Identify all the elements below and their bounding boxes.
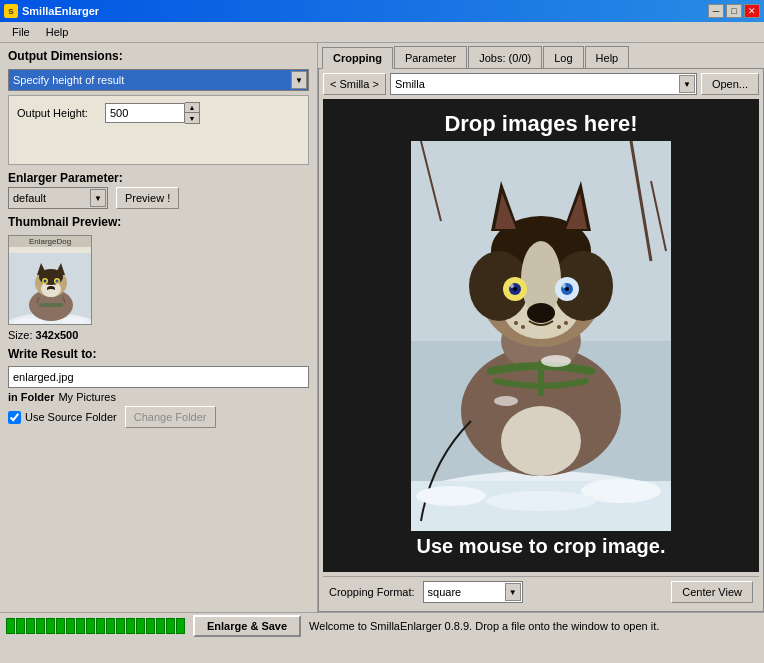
progress-bar [6,618,185,634]
progress-seg-10 [96,618,105,634]
progress-seg-14 [136,618,145,634]
title-bar: S SmillaEnlarger ─ □ ✕ [0,0,764,22]
output-height-row: Output Height: ▲ ▼ [17,102,300,124]
progress-seg-6 [56,618,65,634]
progress-seg-16 [156,618,165,634]
progress-seg-9 [86,618,95,634]
minimize-button[interactable]: ─ [708,4,724,18]
progress-seg-3 [26,618,35,634]
progress-seg-17 [166,618,175,634]
svg-point-18 [62,317,86,325]
close-button[interactable]: ✕ [744,4,760,18]
progress-seg-12 [116,618,125,634]
enlarger-parameter-section: Enlarger Parameter: default ▼ Preview ! [8,171,309,209]
svg-point-57 [486,491,596,511]
folder-path: My Pictures [58,391,115,403]
output-height-input[interactable] [105,103,185,123]
write-result-title: Write Result to: [8,347,309,361]
title-bar-left: S SmillaEnlarger [4,4,99,18]
path-dropdown-wrapper: Smilla ▼ [390,73,697,95]
svg-point-51 [557,325,561,329]
progress-seg-7 [66,618,75,634]
maximize-button[interactable]: □ [726,4,742,18]
image-area[interactable]: Drop images here! [323,99,759,572]
filename-input[interactable] [8,366,309,388]
progress-seg-15 [146,618,155,634]
svg-point-50 [564,321,568,325]
thumbnail-box: EnlargeDog [8,235,92,325]
svg-point-42 [510,284,514,288]
svg-rect-16 [39,303,63,307]
progress-seg-18 [176,618,185,634]
husky-main-image [411,141,671,531]
use-source-folder-row: Use Source Folder [8,411,117,424]
progress-seg-4 [36,618,45,634]
open-button[interactable]: Open... [701,73,759,95]
status-bar: Enlarge & Save Welcome to SmillaEnlarger… [0,612,764,638]
output-dimensions-section: Output Dimensions: Specify height of res… [8,49,309,165]
center-view-button[interactable]: Center View [671,581,753,603]
enlarger-parameter-title: Enlarger Parameter: [8,171,309,185]
svg-point-53 [541,355,571,367]
tab-bar: Cropping Parameter Jobs: (0/0) Log Help [318,43,764,68]
size-value: 342x500 [36,329,79,341]
progress-seg-13 [126,618,135,634]
svg-point-47 [527,303,555,323]
output-height-down-btn[interactable]: ▼ [185,113,199,123]
crop-format-dropdown-wrapper: square 4:3 16:9 free ▼ [423,581,523,603]
enlarger-param-dropdown-wrapper: default ▼ [8,187,108,209]
output-height-spinner-btns: ▲ ▼ [185,102,200,124]
tab-jobs[interactable]: Jobs: (0/0) [468,46,542,68]
app-title: SmillaEnlarger [22,5,99,17]
menu-help[interactable]: Help [38,24,77,40]
crop-format-dropdown[interactable]: square 4:3 16:9 free [423,581,523,603]
progress-seg-1 [6,618,15,634]
svg-point-27 [501,406,581,476]
source-folder-row: Use Source Folder Change Folder [8,406,309,428]
change-folder-button[interactable]: Change Folder [125,406,216,428]
output-mode-dropdown-wrapper: Specify height of result Specify width o… [8,69,309,91]
svg-point-41 [513,287,517,291]
use-source-folder-checkbox[interactable] [8,411,21,424]
output-height-up-btn[interactable]: ▲ [185,103,199,113]
size-label: Size: 342x500 [8,329,309,341]
folder-row: in Folder My Pictures [8,391,309,403]
menu-file[interactable]: File [4,24,38,40]
tab-content: < Smilla > Smilla ▼ Open... Drop images … [318,68,764,612]
preview-button[interactable]: Preview ! [116,187,179,209]
svg-point-48 [514,321,518,325]
image-browser-row: < Smilla > Smilla ▼ Open... [323,73,759,95]
output-height-spinner: ▲ ▼ [105,102,200,124]
drop-images-text: Drop images here! [323,111,759,137]
thumbnail-preview-section: Thumbnail Preview: EnlargeDog [8,215,309,341]
svg-point-45 [565,287,569,291]
thumbnail-preview-title: Thumbnail Preview: [8,215,309,229]
tab-help[interactable]: Help [585,46,630,68]
prev-image-button[interactable]: < Smilla > [323,73,386,95]
progress-seg-11 [106,618,115,634]
use-source-folder-label: Use Source Folder [25,411,117,423]
output-mode-dropdown[interactable]: Specify height of result Specify width o… [8,69,309,91]
menu-bar: File Help [0,22,764,43]
tab-log[interactable]: Log [543,46,583,68]
status-text: Welcome to SmillaEnlarger 0.8.9. Drop a … [309,620,659,632]
tab-cropping[interactable]: Cropping [322,47,393,69]
path-dropdown[interactable]: Smilla [390,73,697,95]
app-icon: S [4,4,18,18]
thumbnail-image [9,247,92,325]
svg-point-49 [521,325,525,329]
tab-parameter[interactable]: Parameter [394,46,467,68]
crop-format-label: Cropping Format: [329,586,415,598]
progress-seg-2 [16,618,25,634]
in-folder-label: in Folder [8,391,54,403]
main-container: Output Dimensions: Specify height of res… [0,43,764,612]
progress-seg-5 [46,618,55,634]
right-panel: Cropping Parameter Jobs: (0/0) Log Help … [318,43,764,612]
svg-point-54 [494,396,518,406]
progress-seg-8 [76,618,85,634]
output-height-label: Output Height: [17,107,97,119]
right-bottom-bar: Cropping Format: square 4:3 16:9 free ▼ … [323,576,759,607]
enlarge-save-button[interactable]: Enlarge & Save [193,615,301,637]
enlarger-param-dropdown[interactable]: default [8,187,108,209]
svg-point-9 [44,280,47,283]
